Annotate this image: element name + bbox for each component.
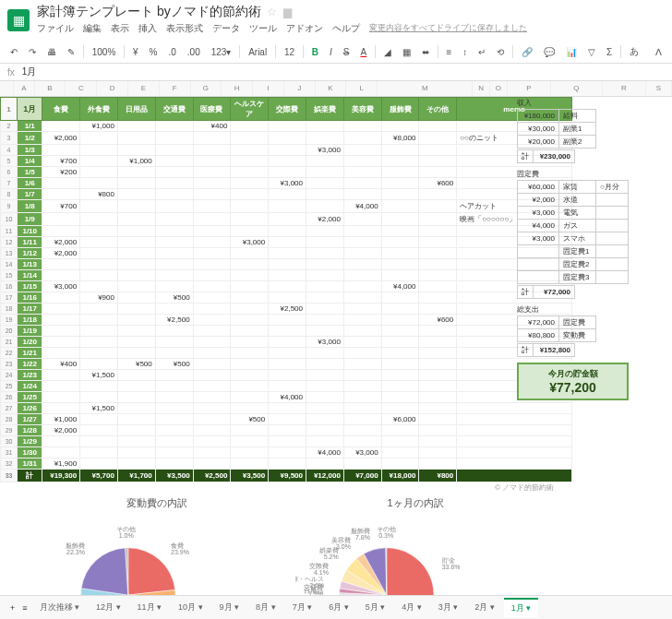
svg-text:23.9%: 23.9% (171, 549, 189, 555)
italic-icon[interactable]: I (327, 45, 335, 59)
sheet-tab[interactable]: 2月 ▾ (467, 599, 502, 616)
menu-addons[interactable]: アドオン (286, 22, 323, 35)
more-formats[interactable]: 123▾ (209, 45, 234, 59)
rotate-icon[interactable]: ⟲ (494, 45, 507, 59)
decimal-inc-icon[interactable]: .00 (185, 45, 203, 59)
col-header[interactable]: B (35, 81, 66, 96)
svg-text:22.3%: 22.3% (66, 549, 85, 555)
menu-view[interactable]: 表示 (111, 22, 129, 35)
col-header[interactable]: P (508, 81, 551, 96)
col-header[interactable]: K (316, 81, 347, 96)
sheet-tab[interactable]: 7月 ▾ (285, 599, 320, 616)
menu-help[interactable]: ヘルプ (332, 22, 360, 35)
menu-tools[interactable]: ツール (249, 22, 277, 35)
halign-icon[interactable]: ≡ (444, 45, 455, 59)
grid[interactable]: ABCDEFGHIJKLMNOPQRS 11月食費外食費日用品交通費医療費ヘルス… (0, 81, 672, 598)
col-header[interactable]: G (191, 81, 222, 96)
col-header[interactable]: F (160, 81, 191, 96)
col-header[interactable]: J (284, 81, 316, 96)
add-sheet-icon[interactable]: + (7, 601, 18, 614)
sheet-tab[interactable]: 8月 ▾ (248, 599, 283, 616)
sheet-tabs[interactable]: + ≡ 月次推移 ▾12月 ▾11月 ▾10月 ▾9月 ▾8月 ▾7月 ▾6月 … (0, 595, 672, 619)
filter-icon[interactable]: ▽ (585, 45, 598, 59)
bold-icon[interactable]: B (309, 45, 321, 59)
menu-format[interactable]: 表示形式 (166, 22, 203, 35)
svg-text:5.2%: 5.2% (324, 554, 339, 560)
link-icon[interactable]: 🔗 (519, 45, 535, 59)
save-status: 変更内容をすべてドライブに保存しました (369, 22, 527, 35)
sheet-tab[interactable]: 10月 ▾ (171, 599, 210, 616)
undo-icon[interactable]: ↶ (7, 45, 20, 59)
col-header[interactable]: S (646, 81, 672, 96)
redo-icon[interactable]: ↷ (26, 45, 39, 59)
print-icon[interactable]: 🖶 (44, 45, 59, 59)
col-header[interactable]: M (378, 81, 473, 96)
svg-text:2.6%: 2.6% (309, 582, 324, 589)
menu-edit[interactable]: 編集 (83, 22, 102, 35)
sheet-tab[interactable]: 5月 ▾ (358, 599, 393, 616)
font-size[interactable]: 12 (282, 45, 297, 59)
pie-chart: 1ヶ月の内訳貯金33.6%家賃26.1%水道・光熱3.9%スマホ1.3%食費(外… (295, 496, 535, 598)
sheet-tab[interactable]: 9月 ▾ (212, 599, 247, 616)
fill-color-icon[interactable]: ◢ (381, 45, 394, 59)
doc-title[interactable]: 家計簿テンプレート byノマド的節約術 (37, 4, 261, 18)
comment-icon[interactable]: 💬 (541, 45, 558, 59)
zoom-select[interactable]: 100% (90, 45, 119, 59)
sheet-tab[interactable]: 1月 ▾ (504, 598, 539, 617)
savings-box: 今月の貯金額¥77,200 (517, 363, 629, 400)
sheet-tab[interactable]: 3月 ▾ (431, 599, 466, 616)
wrap-icon[interactable]: ↵ (475, 45, 488, 59)
formula-bar[interactable]: fx 1月 (0, 64, 672, 81)
col-header[interactable]: Q (551, 81, 603, 96)
col-header[interactable]: I (253, 81, 284, 96)
font-select[interactable]: Arial (246, 45, 270, 59)
menu-file[interactable]: ファイル (37, 22, 74, 35)
col-header[interactable]: C (66, 81, 97, 96)
col-header[interactable]: A (14, 81, 35, 96)
borders-icon[interactable]: ▦ (400, 45, 414, 59)
chart-icon[interactable]: 📊 (563, 45, 580, 59)
sheet-tab[interactable]: 11月 ▾ (130, 599, 170, 616)
star-icon[interactable]: ☆ (267, 6, 277, 18)
functions-icon[interactable]: Σ (604, 45, 615, 59)
col-headers[interactable]: ABCDEFGHIJKLMNOPQRS (0, 81, 672, 97)
collapse-toolbar-icon[interactable]: ᐱ (653, 45, 665, 59)
percent-icon[interactable]: % (147, 45, 161, 59)
sheet-tab[interactable]: 12月 ▾ (89, 599, 128, 616)
col-header[interactable]: R (603, 81, 646, 96)
valign-icon[interactable]: ↕ (460, 45, 470, 59)
currency-icon[interactable]: ¥ (130, 45, 141, 59)
menu-bar: ファイル 編集 表示 挿入 表示形式 データ ツール アドオン ヘルプ 変更内容… (37, 20, 665, 37)
menu-data[interactable]: データ (212, 22, 240, 35)
main-table[interactable]: 11月食費外食費日用品交通費医療費ヘルスケア交際費娯楽費美容費服飾費その他mem… (0, 97, 572, 482)
sheet-tab[interactable]: 月次推移 ▾ (32, 599, 88, 616)
col-header[interactable]: E (128, 81, 160, 96)
formula-content[interactable]: 1月 (22, 65, 37, 78)
col-header[interactable]: H (222, 81, 253, 96)
merge-icon[interactable]: ⬌ (419, 45, 432, 59)
sheets-logo: ▦ (7, 9, 30, 31)
pie-chart: 変動費の内訳食費23.9%外食費7.1%日用品2.1%交通費4.3%医療費3.1… (37, 496, 277, 598)
col-header[interactable]: O (490, 81, 508, 96)
svg-text:33.6%: 33.6% (442, 564, 461, 570)
col-header[interactable]: N (473, 81, 490, 96)
strike-icon[interactable]: S (341, 45, 353, 59)
credit-text: © ノマド的節約術 (0, 482, 572, 493)
svg-text:3.0%: 3.0% (336, 543, 351, 550)
fx-label: fx (7, 67, 15, 77)
app-header: ▦ 家計簿テンプレート byノマド的節約術 ☆ ▆ ファイル 編集 表示 挿入 … (0, 0, 672, 41)
svg-text:貯金: 貯金 (442, 557, 455, 564)
all-sheets-icon[interactable]: ≡ (19, 601, 30, 614)
sheet-tab[interactable]: 4月 ▾ (394, 599, 429, 616)
text-color-icon[interactable]: A (357, 45, 369, 59)
ime-icon[interactable]: あ (627, 43, 642, 60)
folder-icon[interactable]: ▆ (283, 6, 292, 18)
decimal-dec-icon[interactable]: .0 (165, 45, 178, 59)
menu-insert[interactable]: 挿入 (138, 22, 157, 35)
paint-format-icon[interactable]: ✎ (65, 45, 78, 59)
charts-row: 変動費の内訳食費23.9%外食費7.1%日用品2.1%交通費4.3%医療費3.1… (0, 493, 572, 598)
svg-text:0.3%: 0.3% (378, 532, 393, 539)
sheet-tab[interactable]: 6月 ▾ (321, 599, 356, 616)
col-header[interactable]: D (97, 81, 128, 96)
col-header[interactable]: L (346, 81, 378, 96)
